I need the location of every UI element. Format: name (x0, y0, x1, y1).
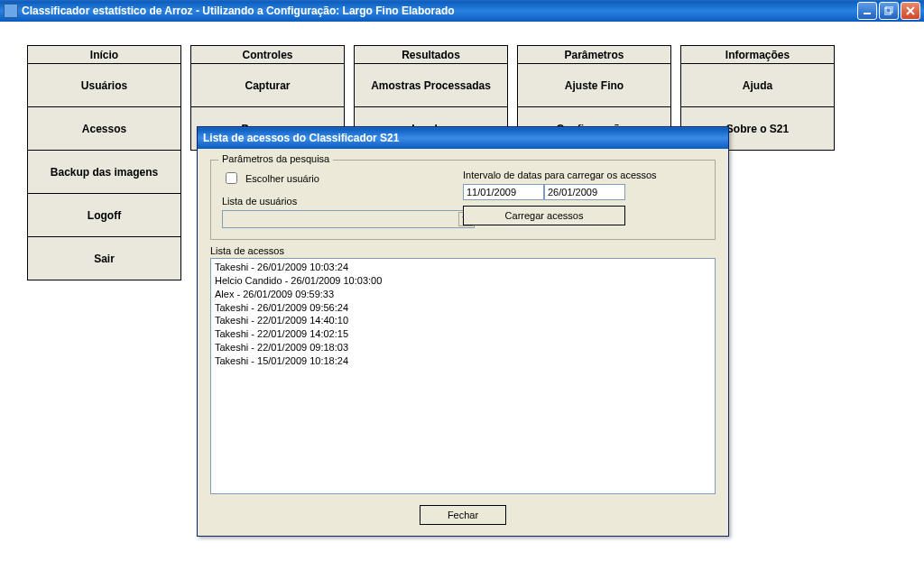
window-controls (857, 2, 920, 20)
list-item[interactable]: Takeshi - 22/01/2009 14:40:10 (215, 314, 711, 327)
date-interval-label: Intervalo de datas para carregar os aces… (463, 170, 704, 180)
user-combo[interactable] (222, 210, 475, 228)
menu-item-acessos[interactable]: Acessos (28, 107, 181, 151)
main-window-titlebar: Classificador estatístico de Arroz - Uti… (0, 0, 924, 22)
list-item[interactable]: Takeshi - 26/01/2009 10:03:24 (215, 261, 711, 274)
load-access-button-label: Carregar acessos (505, 210, 584, 221)
list-item[interactable]: Takeshi - 22/01/2009 14:02:15 (215, 327, 711, 341)
load-access-button[interactable]: Carregar acessos (463, 206, 625, 225)
dialog-title: Lista de acessos do Classificador S21 (203, 132, 399, 144)
dialog-titlebar: Lista de acessos do Classificador S21 (198, 127, 728, 149)
close-dialog-button[interactable]: Fechar (420, 505, 506, 525)
date-from-input[interactable] (463, 184, 544, 200)
list-item[interactable]: Takeshi - 15/01/2009 10:18:24 (215, 354, 711, 368)
date-to-input[interactable] (544, 184, 625, 200)
choose-user-label: Escolher usuário (245, 173, 319, 184)
access-list-dialog: Lista de acessos do Classificador S21 Pa… (197, 126, 729, 537)
svg-rect-1 (886, 6, 892, 13)
menu-header-informacoes: Informações (681, 46, 835, 64)
menu-item-sair[interactable]: Sair (28, 237, 181, 280)
close-dialog-button-label: Fechar (448, 510, 478, 520)
menu-header-resultados: Resultados (355, 46, 508, 64)
menu-item-capturar[interactable]: Capturar (191, 64, 345, 107)
minimize-button[interactable] (857, 2, 877, 20)
list-item[interactable]: Helcio Candido - 26/01/2009 10:03:00 (215, 274, 711, 288)
access-listbox[interactable]: Takeshi - 26/01/2009 10:03:24 Helcio Can… (210, 258, 716, 494)
menu-item-ajuste-fino[interactable]: Ajuste Fino (518, 64, 671, 107)
menu-header-inicio: Início (28, 46, 181, 64)
menu-item-backup[interactable]: Backup das imagens (28, 151, 181, 194)
menu-item-logoff[interactable]: Logoff (28, 194, 181, 237)
app-icon (4, 4, 18, 18)
restore-button[interactable] (879, 2, 899, 20)
search-params-group: Parâmetros da pesquisa Escolher usuário … (210, 160, 716, 240)
main-window-title: Classificador estatístico de Arroz - Uti… (22, 5, 857, 17)
list-item[interactable]: Alex - 26/01/2009 09:59:33 (215, 288, 711, 301)
menu-item-amostras[interactable]: Amostras Processadas (355, 64, 508, 107)
access-list-label: Lista de acessos (210, 245, 716, 256)
menu-header-parametros: Parâmetros (518, 46, 671, 64)
menu-item-ajuda[interactable]: Ajuda (681, 64, 835, 107)
list-item[interactable]: Takeshi - 26/01/2009 09:56:24 (215, 301, 711, 315)
choose-user-checkbox[interactable] (226, 172, 237, 184)
svg-rect-2 (884, 8, 891, 14)
user-list-label: Lista de usuários (222, 196, 463, 207)
menu-inicio: Início Usuários Acessos Backup das image… (27, 45, 181, 280)
menu-item-usuarios[interactable]: Usuários (28, 64, 181, 107)
svg-rect-0 (864, 13, 871, 14)
group-title: Parâmetros da pesquisa (218, 153, 333, 164)
close-button[interactable] (901, 2, 920, 20)
menu-header-controles: Controles (191, 46, 345, 64)
list-item[interactable]: Takeshi - 22/01/2009 09:18:03 (215, 341, 711, 354)
